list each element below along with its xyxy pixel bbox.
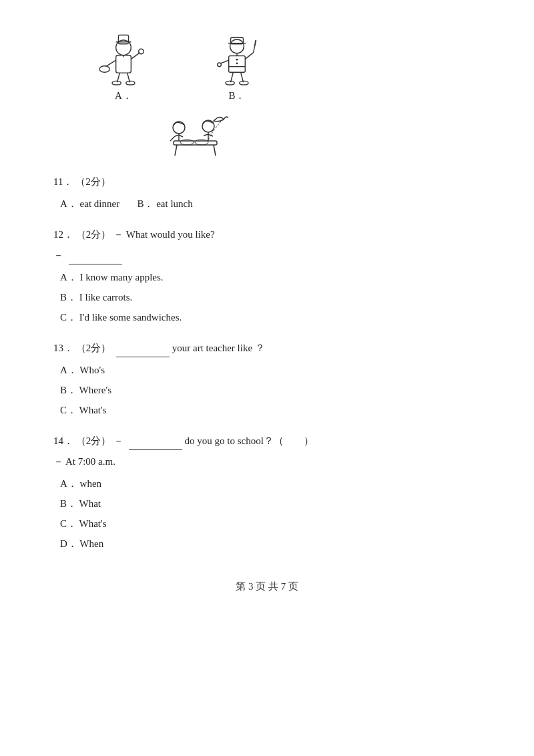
q13-option-c: C． What's	[60, 400, 481, 420]
image-b-label: B．	[228, 89, 245, 102]
q12-header: 12． （2分） － What would you like?	[53, 226, 481, 244]
q12-block: 12． （2分） － What would you like? － A． I k…	[53, 226, 481, 327]
image-b-box	[207, 27, 267, 87]
svg-line-32	[214, 145, 216, 156]
svg-point-12	[126, 81, 135, 85]
q12-opt-b-text: I like carrots.	[79, 292, 133, 303]
q14-opt-a-label: A．	[60, 478, 77, 489]
q14-blank	[129, 449, 182, 450]
svg-point-13	[230, 39, 244, 53]
page-footer: 第 3 页 共 7 页	[53, 580, 481, 593]
svg-point-19	[236, 58, 238, 60]
q11-points: （2分）	[75, 176, 111, 187]
q12-opt-b-label: B．	[60, 292, 77, 303]
q14-number: 14．	[53, 435, 73, 446]
q14-header: 14． （2分） － do you go to school？（ ）	[53, 432, 481, 450]
q14-opt-a-text: when	[80, 478, 102, 489]
q14-opt-b-label: B．	[60, 498, 77, 509]
q14-answer-line: － At 7:00 a.m.	[53, 453, 481, 471]
q14-option-d: D． When	[60, 534, 481, 554]
image-b-figure: B．	[207, 27, 267, 102]
svg-line-5	[106, 60, 116, 66]
q14-opt-b-text: What	[79, 498, 101, 509]
svg-point-36	[195, 140, 208, 145]
svg-point-6	[99, 65, 109, 71]
image-a-svg	[97, 29, 150, 85]
q12-number: 12．	[53, 229, 73, 240]
svg-point-22	[218, 63, 222, 67]
q11-option-b-label: B．	[137, 198, 154, 209]
svg-line-21	[220, 60, 228, 63]
q12-prompt: － What would you like?	[113, 229, 215, 240]
image-c-row	[160, 108, 481, 161]
svg-rect-1	[118, 35, 128, 43]
image-a-label: A．	[115, 89, 132, 102]
q11-option-a: A． eat dinner B． eat lunch	[60, 194, 481, 214]
q13-opt-a-text: Who's	[79, 365, 105, 375]
image-a-figure: A．	[93, 27, 154, 102]
q12-answer-line: －	[53, 246, 481, 264]
q13-opt-b-text: Where's	[79, 385, 112, 395]
q14-opt-c-label: C．	[60, 518, 77, 529]
q11-block: 11． （2分） A． eat dinner B． eat lunch	[53, 173, 481, 214]
image-a-box	[93, 27, 154, 87]
svg-point-8	[139, 49, 144, 54]
image-b-svg	[210, 29, 264, 85]
q14-option-c: C． What's	[60, 514, 481, 534]
q13-header: 13． （2分） your art teacher like ？	[53, 339, 481, 357]
q13-blank	[116, 357, 170, 357]
q14-opt-c-text: What's	[79, 518, 107, 529]
q13-opt-c-text: What's	[79, 405, 107, 415]
image-c-box	[160, 108, 230, 161]
q13-rest: your art teacher like ？	[172, 343, 265, 353]
svg-line-31	[175, 145, 177, 156]
q12-option-c: C． I'd like some sandwiches.	[60, 307, 481, 327]
q13-number: 13．	[53, 343, 73, 353]
q14-answer: － At 7:00 a.m.	[53, 456, 115, 467]
image-c-svg	[160, 108, 230, 161]
image-c-figure	[160, 108, 230, 161]
svg-rect-3	[116, 55, 131, 72]
svg-point-20	[236, 62, 238, 64]
svg-line-23	[245, 52, 253, 58]
q11-option-b-text: eat lunch	[156, 198, 193, 209]
q12-option-b: B． I like carrots.	[60, 287, 481, 307]
q14-rest: do you go to school？（ ）	[185, 435, 314, 446]
q12-blank	[69, 264, 122, 264]
svg-line-24	[254, 46, 255, 52]
q14-option-a: A． when	[60, 474, 481, 494]
svg-point-35	[180, 140, 194, 145]
page-content: A．	[53, 27, 481, 593]
q12-opt-a-text: I know many apples.	[80, 272, 164, 282]
q13-opt-a-label: A．	[60, 365, 77, 375]
q14-block: 14． （2分） － do you go to school？（ ） － At …	[53, 432, 481, 554]
svg-point-11	[112, 81, 121, 85]
q11-header: 11． （2分）	[53, 173, 481, 191]
footer-text: 第 3 页 共 7 页	[236, 581, 298, 592]
q11-number: 11．	[53, 176, 73, 187]
q12-opt-c-label: C．	[60, 312, 77, 323]
q12-dash: －	[53, 250, 63, 260]
q14-option-b: B． What	[60, 494, 481, 514]
q13-option-b: B． Where's	[60, 380, 481, 400]
q14-opt-d-label: D．	[60, 538, 77, 549]
svg-line-7	[131, 52, 140, 58]
q14-opt-d-text: When	[79, 538, 103, 549]
svg-point-29	[240, 81, 248, 85]
q13-opt-c-label: C．	[60, 405, 77, 415]
images-ab-row: A．	[93, 27, 481, 102]
q13-option-a: A． Who's	[60, 360, 481, 380]
q13-opt-b-label: B．	[60, 385, 77, 395]
q14-dash: －	[113, 435, 123, 446]
q13-points: （2分）	[76, 343, 111, 353]
q11-option-a-text: eat dinner	[80, 198, 120, 209]
svg-line-25	[254, 40, 256, 46]
q12-option-a: A． I know many apples.	[60, 267, 481, 287]
svg-point-28	[226, 81, 234, 85]
q12-opt-a-label: A．	[60, 272, 77, 282]
q11-option-a-label: A．	[60, 198, 77, 209]
q14-points: （2分）	[76, 435, 111, 446]
q12-opt-c-text: I'd like some sandwiches.	[79, 312, 182, 323]
q13-block: 13． （2分） your art teacher like ？ A． Who'…	[53, 339, 481, 420]
q12-points: （2分）	[76, 229, 111, 240]
